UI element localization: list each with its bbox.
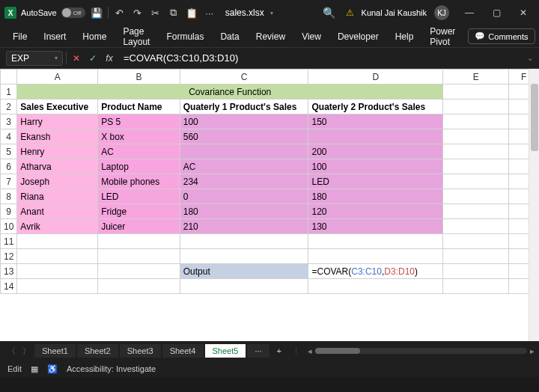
cell-d5[interactable]: 200 <box>308 144 443 159</box>
cell-a4[interactable]: Ekansh <box>17 129 98 144</box>
cell-b2[interactable]: Product Name <box>98 99 180 114</box>
hscroll-left-icon[interactable]: ◂ <box>308 346 312 356</box>
row-header-8[interactable]: 8 <box>1 189 17 204</box>
tab-review[interactable]: Review <box>249 28 292 45</box>
tab-sheet3[interactable]: Sheet3 <box>120 344 161 358</box>
hscroll-right-icon[interactable]: ▸ <box>530 346 535 356</box>
tab-help[interactable]: Help <box>389 28 421 45</box>
fx-icon[interactable]: fx <box>103 52 116 65</box>
sheet-add-button[interactable]: + <box>271 344 287 358</box>
row-header-11[interactable]: 11 <box>1 234 17 249</box>
sheet-nav-next[interactable]: 〉 <box>19 344 33 358</box>
col-header-a[interactable]: A <box>17 70 98 85</box>
accept-icon[interactable]: ✓ <box>86 52 100 65</box>
select-all-corner[interactable] <box>1 70 17 85</box>
cell-e1[interactable] <box>443 85 509 99</box>
cell-c8[interactable]: 0 <box>180 189 308 204</box>
cell-c12[interactable] <box>180 249 308 264</box>
cell-c13[interactable]: Output <box>180 264 308 279</box>
cell-e6[interactable] <box>443 159 509 174</box>
horizontal-scrollbar[interactable]: ◂ ▸ <box>308 346 535 356</box>
cell-e11[interactable] <box>443 234 509 249</box>
stats-icon[interactable]: ▦ <box>31 364 38 374</box>
tab-insert[interactable]: Insert <box>37 28 73 45</box>
cell-a3[interactable]: Harry <box>17 114 98 129</box>
name-box[interactable]: EXP ▾ <box>6 51 63 66</box>
row-header-12[interactable]: 12 <box>1 249 17 264</box>
tab-home[interactable]: Home <box>76 28 113 45</box>
cell-a11[interactable] <box>17 234 98 249</box>
cell-c10[interactable]: 210 <box>180 219 308 234</box>
tab-data[interactable]: Data <box>213 28 246 45</box>
cell-d13[interactable]: =COVAR(C3:C10,D3:D10) <box>308 264 443 279</box>
warning-icon[interactable]: ⚠ <box>346 7 354 18</box>
cell-c5[interactable] <box>180 144 308 159</box>
row-header-4[interactable]: 4 <box>1 129 17 144</box>
cell-e3[interactable] <box>443 114 509 129</box>
cell-c7[interactable]: 234 <box>180 174 308 189</box>
cell-e8[interactable] <box>443 189 509 204</box>
cell-b7[interactable]: Mobile phones <box>98 174 180 189</box>
cell-e14[interactable] <box>443 279 509 294</box>
cell-d4[interactable] <box>308 129 443 144</box>
cell-a12[interactable] <box>17 249 98 264</box>
cell-c6[interactable]: AC <box>180 159 308 174</box>
expand-formula-icon[interactable]: ⌄ <box>527 54 533 62</box>
cell-a8[interactable]: Riana <box>17 189 98 204</box>
col-header-e[interactable]: E <box>443 70 509 85</box>
cell-b6[interactable]: Laptop <box>98 159 180 174</box>
col-header-c[interactable]: C <box>180 70 308 85</box>
name-box-dropdown-icon[interactable]: ▾ <box>55 55 58 61</box>
filename-dd-icon[interactable]: ▾ <box>270 10 273 16</box>
paste-icon[interactable]: 📋 <box>185 6 198 19</box>
cell-a13[interactable] <box>17 264 98 279</box>
tab-sheet5[interactable]: Sheet5 <box>205 344 246 358</box>
grid-table[interactable]: A B C D E F 1 Covariance Function 2 Sale… <box>0 69 539 294</box>
row-header-14[interactable]: 14 <box>1 279 17 294</box>
cell-a5[interactable]: Henry <box>17 144 98 159</box>
cell-b8[interactable]: LED <box>98 189 180 204</box>
v-scroll-thumb[interactable] <box>531 84 538 151</box>
cell-b3[interactable]: PS 5 <box>98 114 180 129</box>
h-scroll-thumb[interactable] <box>315 348 360 354</box>
accessibility-icon[interactable]: ♿ <box>47 364 58 374</box>
cell-b4[interactable]: X box <box>98 129 180 144</box>
cell-c3[interactable]: 100 <box>180 114 308 129</box>
cell-c4[interactable]: 560 <box>180 129 308 144</box>
cell-e12[interactable] <box>443 249 509 264</box>
row-header-13[interactable]: 13 <box>1 264 17 279</box>
cell-e7[interactable] <box>443 174 509 189</box>
row-header-1[interactable]: 1 <box>1 85 17 99</box>
minimize-button[interactable]: — <box>458 4 481 22</box>
cut-icon[interactable]: ✂ <box>149 6 162 19</box>
tab-file[interactable]: File <box>6 28 34 45</box>
cell-c2[interactable]: Quaterly 1 Product's Sales <box>180 99 308 114</box>
tab-power-pivot[interactable]: Power Pivot <box>423 23 462 50</box>
cell-b12[interactable] <box>98 249 180 264</box>
cell-c11[interactable] <box>180 234 308 249</box>
cell-d3[interactable]: 150 <box>308 114 443 129</box>
cell-b9[interactable]: Fridge <box>98 204 180 219</box>
avatar[interactable]: KJ <box>434 5 449 20</box>
cell-a10[interactable]: Avrik <box>17 219 98 234</box>
row-header-5[interactable]: 5 <box>1 144 17 159</box>
cell-e9[interactable] <box>443 204 509 219</box>
cell-a7[interactable]: Joseph <box>17 174 98 189</box>
redo-icon[interactable]: ↷ <box>131 6 144 19</box>
status-accessibility[interactable]: Accessibility: Investigate <box>67 364 156 373</box>
cell-b11[interactable] <box>98 234 180 249</box>
save-icon[interactable]: 💾 <box>90 6 103 19</box>
maximize-button[interactable]: ▢ <box>485 4 508 22</box>
cell-b14[interactable] <box>98 279 180 294</box>
cell-title[interactable]: Covariance Function <box>17 85 443 99</box>
sheet-nav-prev[interactable]: 〈 <box>4 344 18 358</box>
close-button[interactable]: ✕ <box>512 4 535 22</box>
cell-b10[interactable]: Juicer <box>98 219 180 234</box>
cancel-icon[interactable]: ✕ <box>70 52 83 65</box>
tab-formulas[interactable]: Formulas <box>159 28 210 45</box>
cell-d6[interactable]: 100 <box>308 159 443 174</box>
more-icon[interactable]: ··· <box>203 6 216 19</box>
cell-e10[interactable] <box>443 219 509 234</box>
tab-page-layout[interactable]: Page Layout <box>116 23 156 50</box>
vertical-scrollbar[interactable] <box>529 69 539 341</box>
